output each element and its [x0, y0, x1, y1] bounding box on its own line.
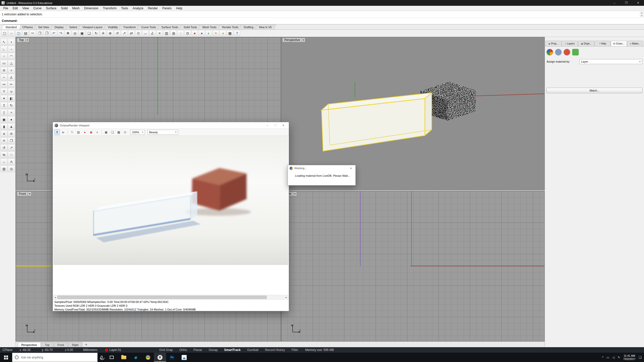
- octane-maximize-button[interactable]: ❐: [271, 123, 279, 128]
- status-toggle-filter[interactable]: Filter: [292, 348, 298, 352]
- cone-icon[interactable]: ▲: [8, 123, 15, 130]
- photos-icon[interactable]: [178, 353, 190, 362]
- new-viewport-tab-button[interactable]: ✛: [83, 342, 90, 347]
- status-cplane[interactable]: CPlane: [3, 348, 20, 352]
- ellipse-icon[interactable]: ⊖: [1, 67, 8, 74]
- subsample-icon[interactable]: ▦: [116, 129, 122, 135]
- scroll-left-icon[interactable]: ◂: [54, 296, 57, 299]
- octane-minimize-button[interactable]: –: [263, 123, 271, 128]
- loft-icon[interactable]: ≈: [8, 109, 15, 116]
- scale-icon[interactable]: ↗: [8, 144, 15, 151]
- trim-icon[interactable]: ✂: [8, 81, 15, 88]
- move-icon[interactable]: ✛: [100, 30, 106, 36]
- viewport-menu-arrow-icon[interactable]: ▾: [25, 38, 29, 42]
- edge-icon[interactable]: e: [130, 353, 142, 362]
- hatch-icon[interactable]: ▨: [1, 165, 8, 172]
- join-icon[interactable]: ∪: [8, 88, 15, 95]
- box-icon[interactable]: ▣: [1, 116, 8, 123]
- print-icon[interactable]: ▤: [22, 30, 29, 36]
- array-icon[interactable]: ∷: [8, 151, 15, 158]
- zoom-icon[interactable]: ◎: [8, 165, 15, 172]
- new-file-icon[interactable]: ▢: [1, 30, 8, 36]
- menu-curve[interactable]: Curve: [31, 7, 44, 10]
- display-tray-icon[interactable]: ▭: [607, 356, 609, 359]
- restart-render-button[interactable]: ↻: [69, 129, 75, 135]
- cylinder-icon[interactable]: ▮: [1, 123, 8, 130]
- status-toggle-record-history[interactable]: Record History: [265, 348, 285, 352]
- offset-icon[interactable]: =: [8, 67, 15, 74]
- working-dialog-title-bar[interactable]: Working... ✕: [288, 165, 355, 171]
- scrollbar-thumb[interactable]: [57, 296, 267, 299]
- status-units[interactable]: Millimeters: [83, 348, 105, 352]
- taskbar-clock[interactable]: 11:41 AM 7/02/2017: [623, 354, 635, 361]
- octane-horizontal-scrollbar[interactable]: ◂ ▸: [53, 295, 288, 300]
- toolbar-tab-new-in-v5[interactable]: New in V5: [255, 25, 276, 29]
- pause-button[interactable]: ‖: [54, 129, 60, 135]
- photoshop-icon[interactable]: Ps: [166, 353, 178, 362]
- toolbar-tab-curve-tools[interactable]: Curve Tools: [137, 25, 160, 29]
- rotate-icon[interactable]: ↺: [114, 30, 120, 36]
- earth-icon[interactable]: ◐: [206, 30, 212, 36]
- viewport-menu-arrow-icon[interactable]: ▾: [28, 192, 31, 196]
- cut-icon[interactable]: ✂: [29, 30, 36, 36]
- viewport-perspective-label[interactable]: Perspective ▾: [282, 38, 305, 42]
- extend-icon[interactable]: ↦: [1, 81, 8, 88]
- hide-icon[interactable]: ◌: [177, 30, 184, 36]
- help-icon[interactable]: ?: [234, 30, 240, 36]
- panel-tab-help[interactable]: ?Help: [594, 41, 611, 46]
- file-explorer-icon[interactable]: [118, 353, 130, 362]
- working-dialog[interactable]: Working... ✕ Loading material from LiveD…: [288, 165, 356, 186]
- menu-edit[interactable]: Edit: [10, 7, 20, 10]
- sweep-icon[interactable]: ∫: [1, 109, 8, 116]
- panel-tab-layers[interactable]: ≡Layers: [562, 41, 578, 46]
- rotate-view-icon[interactable]: ↻: [93, 30, 99, 36]
- viewport-tab-top[interactable]: Top: [41, 342, 53, 347]
- boolean-difference-icon[interactable]: ⊘: [8, 130, 15, 137]
- move-icon[interactable]: ✛: [1, 137, 8, 144]
- viewport-right[interactable]: Right ▾ z y: [281, 191, 545, 341]
- status-toggle-osnap[interactable]: Osnap: [209, 348, 218, 352]
- toolbar-tab-standard[interactable]: Standard: [1, 25, 21, 29]
- undo-icon[interactable]: ↶: [51, 30, 57, 36]
- toolbar-tab-surface-tools[interactable]: Surface Tools: [157, 25, 183, 29]
- rotate-icon[interactable]: ↺: [1, 144, 8, 151]
- status-toggle-planar[interactable]: Planar: [193, 348, 202, 352]
- scroll-up-icon[interactable]: ▲: [641, 12, 643, 14]
- viewport-tab-right[interactable]: Right: [68, 342, 82, 347]
- command-history-scrollbar[interactable]: ▲ ▼: [640, 11, 644, 17]
- sphere-icon[interactable]: ●: [8, 116, 15, 123]
- sun-icon[interactable]: ☀: [213, 30, 219, 36]
- zoom-extents-icon[interactable]: ❏: [86, 30, 92, 36]
- boolean-union-icon[interactable]: ⊎: [1, 130, 8, 137]
- octane-ball-icon[interactable]: [546, 49, 553, 56]
- dimension-icon[interactable]: ↔: [1, 158, 8, 165]
- render-target-icon[interactable]: ●: [82, 129, 88, 135]
- viewport-tab-front[interactable]: Front: [54, 342, 68, 347]
- command-input[interactable]: [19, 18, 644, 24]
- zoom-dynamic-icon[interactable]: ◎: [72, 30, 78, 36]
- fillet-icon[interactable]: ⌐: [1, 74, 8, 81]
- split-icon[interactable]: Y: [1, 88, 8, 95]
- extrude-icon[interactable]: ↥: [1, 102, 8, 109]
- panel-tab-mater[interactable]: ●Mater...: [627, 41, 643, 46]
- viewport-front-label[interactable]: Front ▾: [17, 192, 31, 196]
- menu-solid[interactable]: Solid: [59, 7, 70, 10]
- taskbar-search[interactable]: Ask me anything: [12, 353, 98, 362]
- pick-material-icon[interactable]: ◉: [88, 129, 94, 135]
- visibility-icon[interactable]: ◍: [170, 30, 177, 36]
- save-file-icon[interactable]: ◫: [15, 30, 22, 36]
- revolve-icon[interactable]: ↻: [8, 102, 15, 109]
- point-icon[interactable]: •: [8, 39, 15, 46]
- camera-settings-icon[interactable]: ▣: [103, 129, 109, 135]
- polygon-icon[interactable]: △: [8, 60, 15, 67]
- polyline-icon[interactable]: ∟: [1, 46, 8, 53]
- lock-icon[interactable]: ◘: [184, 30, 191, 36]
- distance-icon[interactable]: ↔: [142, 30, 149, 36]
- viewport-menu-arrow-icon[interactable]: ▾: [302, 38, 305, 42]
- scroll-right-icon[interactable]: ▸: [285, 296, 288, 299]
- status-toggle-grid-snap[interactable]: Grid Snap: [159, 348, 173, 352]
- task-view-button[interactable]: [106, 353, 118, 362]
- explode-icon[interactable]: ✶: [1, 95, 8, 102]
- osnap-icon[interactable]: ⊙: [135, 30, 142, 36]
- status-layer[interactable]: Layer 01: [105, 348, 138, 352]
